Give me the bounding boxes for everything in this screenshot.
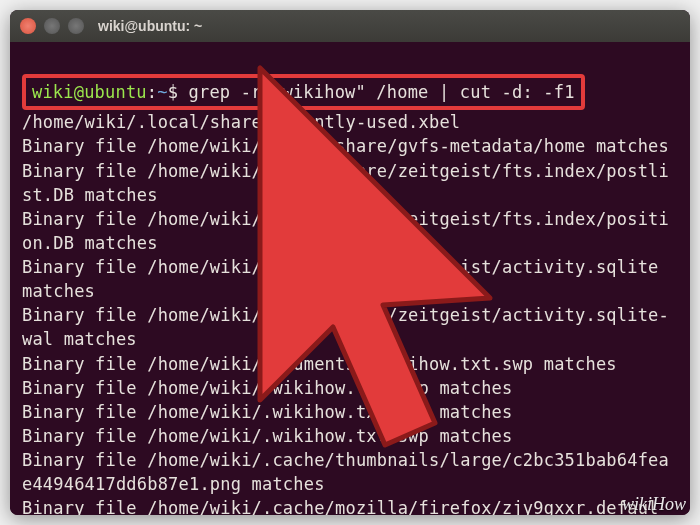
minimize-icon[interactable] [44,18,60,34]
prompt-host: ubuntu [84,82,147,102]
close-icon[interactable] [20,18,36,34]
command-highlight-box: wiki@ubuntu:~$ grep -r "wikihow" /home |… [22,74,585,110]
maximize-icon[interactable] [68,18,84,34]
prompt-at: @ [74,82,84,102]
terminal-window: wiki@ubuntu: ~ wiki@ubuntu:~$ grep -r "w… [10,10,690,515]
output-line: Binary file /home/wiki/.cache/mozilla/fi… [22,498,659,515]
output-line: /home/wiki/.local/share/recently-used.xb… [22,112,460,132]
output-line: Binary file /home/wiki/.wikihow.txt.swp … [22,402,512,422]
output-line: Binary file /home/wiki/.local/share/gvfs… [22,136,669,156]
output-line: Binary file /home/wiki/.local/share/zeit… [22,305,669,349]
titlebar[interactable]: wiki@ubuntu: ~ [10,10,690,42]
prompt-user: wiki [32,82,74,102]
output-line: Binary file /home/wiki/Documents/.wikiho… [22,354,617,374]
output-line: Binary file /home/wiki/.wikihow.txt.swp … [22,378,512,398]
output-line: Binary file /home/wiki/.local/share/zeit… [22,257,669,301]
window-title: wiki@ubuntu: ~ [98,18,202,34]
watermark: wikiHow [622,494,686,515]
output-line: Binary file /home/wiki/.local/share/zeit… [22,161,669,205]
terminal-content[interactable]: wiki@ubuntu:~$ grep -r "wikihow" /home |… [10,42,690,515]
prompt-colon: : [147,82,157,102]
prompt-dollar: $ [168,82,189,102]
command-text: grep -r "wikihow" /home | cut -d: -f1 [189,82,575,102]
prompt-path: ~ [157,82,167,102]
output-line: Binary file /home/wiki/.wikihow.txt.swp … [22,426,512,446]
output-line: Binary file /home/wiki/.cache/thumbnails… [22,450,669,494]
output-line: Binary file /home/wiki/.local/share/zeit… [22,209,669,253]
